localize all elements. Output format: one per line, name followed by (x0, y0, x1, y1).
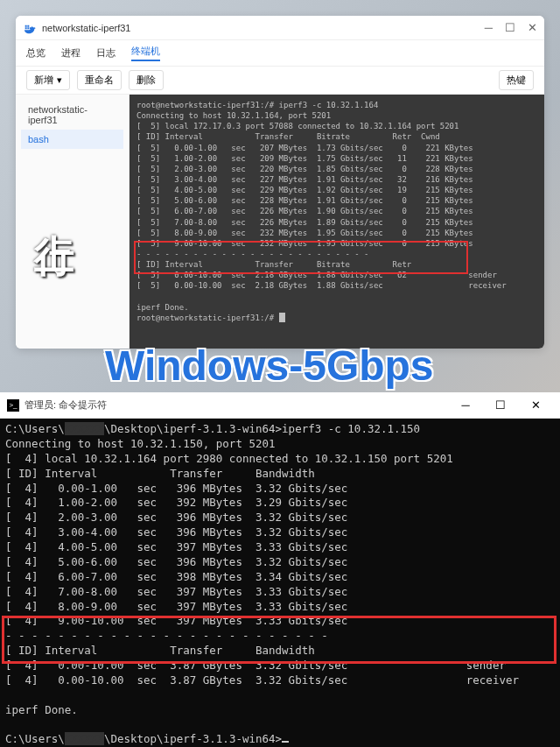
rename-button[interactable]: 重命名 (77, 70, 122, 90)
cmd-maximize-button[interactable]: ☐ (483, 392, 518, 419)
delete-button[interactable]: 删除 (129, 70, 164, 90)
session-sidebar: networkstatic-iperf31 bash (16, 95, 130, 349)
toolbar: 新增▾ 重命名 删除 热键 (16, 67, 544, 95)
docker-whale-icon (23, 21, 37, 35)
chevron-down-icon: ▾ (57, 74, 62, 86)
terminal-output[interactable]: root@networkstatic-iperf31:/# iperf3 -c … (130, 95, 544, 349)
window-controls: ─ ☐ ✕ (485, 22, 537, 33)
maximize-button[interactable]: ☐ (505, 22, 515, 33)
content: networkstatic-iperf31 bash root@networks… (16, 95, 544, 349)
close-button[interactable]: ✕ (528, 22, 537, 33)
tab-terminal[interactable]: 终端机 (131, 45, 160, 61)
docker-terminal-window: networkstatic-iperf31 ─ ☐ ✕ 总览 进程 日志 终端机… (16, 16, 544, 349)
new-button[interactable]: 新增▾ (26, 70, 70, 90)
redacted-username-2: XXXXXX (65, 732, 104, 745)
hotkey-button[interactable]: 热键 (499, 70, 534, 90)
cmd-cursor (282, 741, 289, 743)
overlay-title: Windows-5Gbps (105, 342, 434, 390)
tab-overview[interactable]: 总览 (26, 46, 46, 60)
tab-process[interactable]: 进程 (61, 46, 80, 60)
titlebar: networkstatic-iperf31 ─ ☐ ✕ (16, 16, 544, 40)
minimize-button[interactable]: ─ (485, 22, 493, 33)
tabs: 总览 进程 日志 终端机 (16, 40, 544, 67)
cmd-output[interactable]: C:\Users\XXXXXX\Desktop\iperf-3.1.3-win6… (0, 419, 560, 747)
tab-log[interactable]: 日志 (96, 46, 116, 60)
sidebar-item-iperf[interactable]: networkstatic-iperf31 (21, 100, 123, 130)
cmd-title: 管理员: 命令提示符 (24, 398, 448, 412)
cmd-close-button[interactable]: ✕ (518, 392, 553, 419)
window-title: networkstatic-iperf31 (42, 23, 485, 33)
terminal-cursor (279, 313, 285, 322)
cmd-minimize-button[interactable]: ─ (448, 392, 483, 419)
cmd-icon: >_ (7, 399, 19, 412)
sidebar-item-bash[interactable]: bash (21, 130, 123, 149)
cmd-window-controls: ─ ☐ ✕ (448, 392, 553, 419)
cmd-titlebar: >_ 管理员: 命令提示符 ─ ☐ ✕ (0, 392, 560, 419)
redacted-username: XXXXXX (65, 422, 104, 435)
cmd-window: >_ 管理员: 命令提示符 ─ ☐ ✕ C:\Users\XXXXXX\Desk… (0, 392, 560, 747)
